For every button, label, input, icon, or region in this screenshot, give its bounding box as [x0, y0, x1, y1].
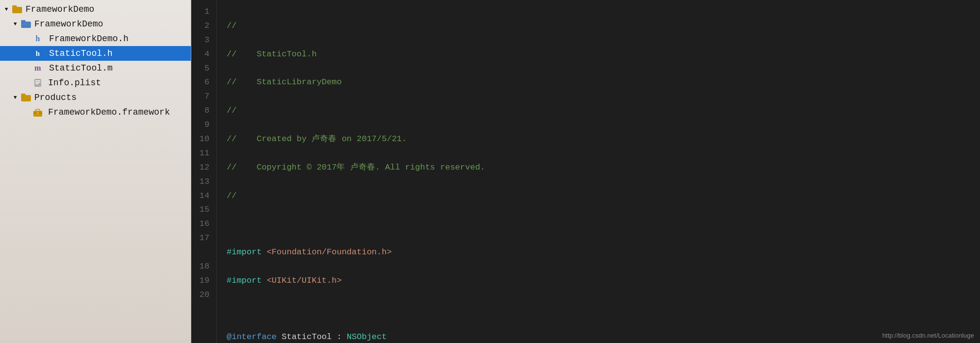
- expand-triangle-icon: ▼: [12, 21, 19, 27]
- code-line-8: [227, 217, 980, 231]
- spacer: [24, 79, 30, 86]
- spacer: [24, 65, 30, 72]
- sidebar-item-frameworkdemo-folder[interactable]: ▼ FrameworkDemo: [0, 17, 191, 31]
- svg-rect-6: [35, 82, 40, 83]
- sidebar-item-label: FrameworkDemo.framework: [48, 107, 170, 117]
- code-line-4: //: [227, 104, 980, 118]
- sidebar-item-label: FrameworkDemo: [26, 4, 94, 14]
- svg-rect-1: [12, 5, 17, 8]
- code-line-5: // Created by 卢奇春 on 2017/5/21.: [227, 132, 980, 147]
- file-navigator[interactable]: ▼ FrameworkDemo ▼ FrameworkDemo h Framew…: [0, 0, 191, 343]
- expand-triangle-icon: ▼: [12, 94, 19, 101]
- plist-file-icon: [32, 77, 43, 88]
- code-line-10: #import <UIKit/UIKit.h>: [227, 274, 980, 288]
- svg-rect-13: [37, 112, 39, 114]
- svg-rect-11: [36, 109, 40, 111]
- sidebar-item-label: StaticTool.h: [49, 49, 113, 58]
- spacer: [24, 35, 30, 42]
- watermark: http://blog.csdn.net/Locationluge: [882, 332, 974, 339]
- spacer: [24, 109, 30, 116]
- sidebar-item-root-group[interactable]: ▼ FrameworkDemo: [0, 2, 191, 17]
- framework-file-icon: [32, 107, 43, 118]
- impl-file-icon: m: [32, 63, 43, 74]
- header-file-icon: h: [32, 48, 43, 59]
- sidebar-item-infoplist[interactable]: Info.plist: [0, 75, 191, 90]
- svg-rect-9: [21, 94, 26, 96]
- code-line-2: // StaticTool.h: [227, 48, 980, 62]
- svg-rect-5: [35, 80, 40, 81]
- sidebar-item-label: Products: [34, 93, 77, 102]
- svg-rect-3: [21, 20, 26, 23]
- line-numbers: 12345 678910 1112131415 1617 1819 20: [191, 0, 217, 343]
- code-line-9: #import <Foundation/Foundation.h>: [227, 245, 980, 260]
- sidebar-item-label: Info.plist: [48, 78, 101, 88]
- folder-icon: [12, 4, 23, 15]
- code-line-12: @interface StaticTool : NSObject: [227, 330, 980, 343]
- sidebar-item-label: FrameworkDemo: [34, 19, 103, 29]
- folder-blue-icon: [21, 19, 31, 29]
- code-line-3: // StaticLibraryDemo: [227, 75, 980, 90]
- code-editor: 12345 678910 1112131415 1617 1819 20 // …: [191, 0, 980, 343]
- code-line-7: //: [227, 189, 980, 203]
- sidebar-item-products-folder[interactable]: ▼ Products: [0, 90, 191, 105]
- header-file-icon: h: [32, 33, 43, 44]
- svg-rect-7: [35, 83, 39, 84]
- code-line-1: //: [227, 19, 980, 33]
- folder-yellow-icon: [21, 92, 31, 103]
- triangle-icon: ▼: [3, 6, 10, 13]
- svg-rect-4: [34, 79, 41, 87]
- code-line-6: // Copyright © 2017年 卢奇春. All rights res…: [227, 161, 980, 175]
- sidebar-item-label: FrameworkDemo.h: [49, 34, 129, 44]
- sidebar-item-statictool-h[interactable]: h StaticTool.h: [0, 46, 191, 61]
- spacer: [24, 50, 30, 57]
- sidebar-item-label: StaticTool.m: [49, 63, 113, 73]
- code-content: // // StaticTool.h // StaticLibraryDemo …: [217, 0, 980, 343]
- sidebar-item-frameworkdemo-h[interactable]: h FrameworkDemo.h: [0, 31, 191, 46]
- sidebar-item-statictool-m[interactable]: m StaticTool.m: [0, 61, 191, 75]
- code-line-11: [227, 302, 980, 317]
- sidebar-item-framework[interactable]: FrameworkDemo.framework: [0, 105, 191, 120]
